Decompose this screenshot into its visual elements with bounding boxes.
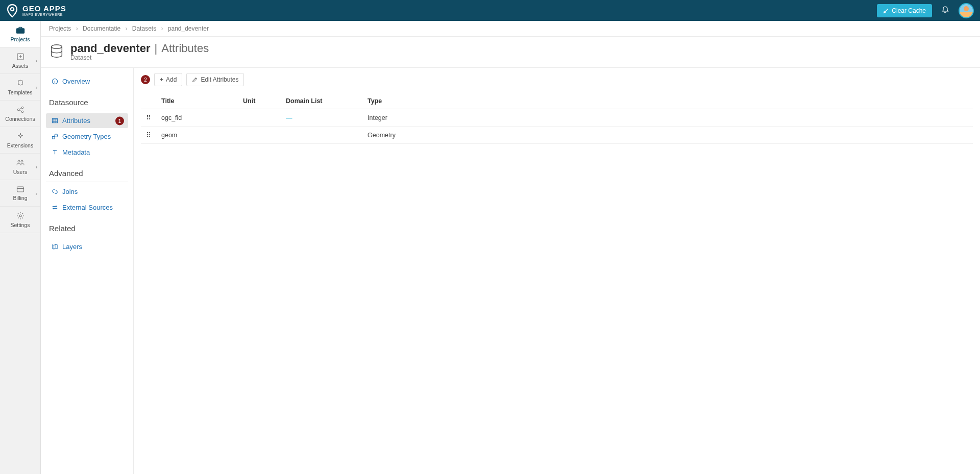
col-unit: Unit: [238, 93, 281, 109]
snav-joins[interactable]: Joins: [46, 184, 128, 199]
broom-icon: [883, 8, 889, 14]
snav-group-datasource: Datasource: [46, 95, 128, 109]
toolbar-step-badge: 2: [141, 75, 150, 84]
plus-icon: +: [160, 76, 163, 83]
breadcrumb-documentatie[interactable]: Documentatie: [83, 25, 120, 32]
col-domain: Domain List: [281, 93, 362, 109]
snav-geometry-types[interactable]: Geometry Types: [46, 129, 128, 144]
credit-card-icon: [16, 186, 24, 194]
share-nodes-icon: [16, 106, 24, 115]
user-avatar[interactable]: [959, 3, 974, 18]
drag-handle-icon[interactable]: ⠿: [141, 109, 156, 127]
plus-square-icon: [16, 53, 24, 62]
svg-point-7: [21, 160, 23, 162]
nav-projects[interactable]: Projects: [0, 21, 40, 47]
secondary-nav: Overview Datasource Attributes 1 Geometr…: [41, 68, 134, 474]
breadcrumb-current: pand_deventer: [168, 25, 209, 32]
svg-point-6: [18, 160, 20, 162]
nav-extensions[interactable]: Extensions: [0, 127, 40, 154]
svg-point-9: [19, 215, 21, 217]
toolbar: 2 + Add Edit Attributes: [141, 73, 973, 86]
top-header: GEO APPS MAPS EVERYWHERE Clear Cache: [0, 0, 980, 21]
map-pin-icon: [6, 4, 18, 18]
shapes-icon: [51, 133, 58, 140]
nav-billing[interactable]: Billing ›: [0, 180, 40, 207]
gear-icon: [16, 212, 24, 221]
svg-point-5: [21, 111, 23, 113]
col-title: Title: [156, 93, 238, 109]
attributes-table: Title Unit Domain List Type ⠿ ogc_fid —: [141, 93, 973, 144]
chevron-right-icon: ›: [36, 164, 37, 169]
map-icon: [51, 243, 58, 250]
database-icon: [49, 43, 64, 60]
page-section: Attributes: [161, 42, 209, 55]
page-title: pand_deventer: [70, 42, 151, 55]
snav-external-sources[interactable]: External Sources: [46, 200, 128, 215]
nav-settings[interactable]: Settings: [0, 207, 40, 233]
breadcrumb-projects[interactable]: Projects: [49, 25, 71, 32]
snav-attributes[interactable]: Attributes 1: [46, 113, 128, 128]
chevron-right-icon: ›: [36, 58, 37, 63]
sparkle-icon: [16, 132, 24, 141]
brand-logo[interactable]: GEO APPS MAPS EVERYWHERE: [6, 4, 66, 18]
svg-rect-8: [17, 187, 23, 192]
briefcase-icon: [16, 26, 25, 35]
cell-title: geom: [156, 127, 238, 144]
svg-point-14: [55, 134, 58, 137]
attributes-badge: 1: [115, 116, 124, 125]
breadcrumb: Projects › Documentatie › Datasets › pan…: [41, 21, 980, 37]
cell-unit: [238, 127, 281, 144]
cell-type: Integer: [362, 109, 973, 127]
page-subtype: Dataset: [70, 54, 209, 61]
table-row[interactable]: ⠿ ogc_fid — Integer: [141, 109, 973, 127]
svg-point-0: [11, 7, 14, 10]
svg-rect-13: [52, 137, 55, 139]
info-icon: [51, 78, 58, 85]
breadcrumb-datasets[interactable]: Datasets: [132, 25, 156, 32]
exchange-icon: [51, 204, 58, 211]
col-type: Type: [362, 93, 973, 109]
edit-attributes-button[interactable]: Edit Attributes: [186, 73, 244, 86]
users-icon: [16, 159, 25, 168]
clear-cache-button[interactable]: Clear Cache: [877, 4, 932, 17]
brand-subtitle: MAPS EVERYWHERE: [22, 13, 66, 16]
svg-point-10: [52, 44, 62, 48]
snav-metadata[interactable]: Metadata: [46, 145, 128, 160]
svg-point-4: [21, 107, 23, 109]
table-row[interactable]: ⠿ geom Geometry: [141, 127, 973, 144]
snav-overview[interactable]: Overview: [46, 74, 128, 89]
title-bar: pand_deventer | Attributes Dataset: [41, 37, 980, 68]
snav-group-related: Related: [46, 221, 128, 235]
chevron-right-icon: ›: [36, 190, 37, 196]
link-icon: [51, 188, 58, 195]
table-icon: [51, 117, 58, 124]
attributes-panel: 2 + Add Edit Attributes Title: [134, 68, 980, 474]
brand-title: GEO APPS: [22, 5, 66, 12]
cell-domain: [281, 127, 362, 144]
cell-title: ogc_fid: [156, 109, 238, 127]
cell-unit: [238, 109, 281, 127]
nav-assets[interactable]: Assets ›: [0, 47, 40, 74]
snav-group-advanced: Advanced: [46, 166, 128, 180]
cell-domain: —: [281, 109, 362, 127]
add-button[interactable]: + Add: [154, 73, 182, 86]
snav-layers[interactable]: Layers: [46, 239, 128, 254]
nav-connections[interactable]: Connections: [0, 101, 40, 127]
nav-users[interactable]: Users ›: [0, 154, 40, 180]
nav-templates[interactable]: Templates ›: [0, 74, 40, 101]
puzzle-icon: [16, 79, 24, 88]
notifications-icon[interactable]: [941, 6, 949, 15]
svg-point-3: [17, 109, 19, 111]
text-icon: [51, 149, 58, 156]
cell-type: Geometry: [362, 127, 973, 144]
primary-nav: Projects Assets › Templates › Connection…: [0, 21, 41, 474]
edit-icon: [192, 77, 198, 83]
chevron-right-icon: ›: [36, 84, 37, 90]
drag-handle-icon[interactable]: ⠿: [141, 127, 156, 144]
svg-rect-1: [16, 29, 24, 33]
svg-rect-12: [52, 118, 57, 122]
